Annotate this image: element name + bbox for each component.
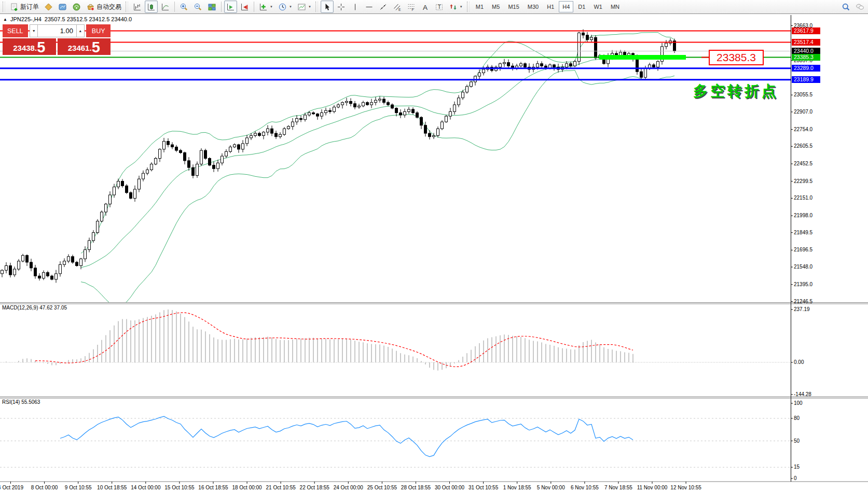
text-tool-button[interactable]: A (419, 1, 432, 13)
sell-button[interactable]: SELL (3, 24, 28, 37)
vertical-line-tool-button[interactable] (349, 1, 362, 13)
chart-candles-button[interactable] (145, 1, 158, 13)
clock-icon (278, 3, 287, 11)
auto-trading-icon (86, 3, 95, 11)
svg-text:F: F (411, 8, 414, 11)
equidistant-channel-tool-button[interactable]: E (391, 1, 404, 13)
tf-m5-button[interactable]: M5 (488, 1, 503, 12)
sell-price-button[interactable]: 23438.5 (3, 38, 56, 55)
spin-down-icon: ▼ (32, 29, 36, 33)
zoom-out-button[interactable] (191, 1, 204, 13)
collapse-panel-icon[interactable]: ▲ (3, 17, 7, 22)
chart-header: ▲ JPN225-,H4 23507.5 23512.5 23412.5 234… (3, 16, 132, 22)
label-t-icon: T (435, 3, 444, 11)
toolbar-grip[interactable] (3, 2, 5, 12)
pane-splitter-rsi[interactable] (0, 396, 868, 399)
cursor-icon (323, 3, 332, 11)
horizontal-line-tool-button[interactable] (363, 1, 376, 13)
arrows-tool-button[interactable]: ▼ (447, 1, 465, 13)
tile-icon (208, 3, 216, 11)
insert-indicators-button[interactable]: ▼ (257, 1, 275, 13)
zoom-out-icon (194, 3, 202, 11)
dropdown-caret-icon: ▼ (289, 5, 292, 8)
auto-trading-label: 自动交易 (97, 3, 121, 11)
chart-canvas[interactable] (0, 0, 868, 493)
symbol-period: JPN225-,H4 (10, 16, 42, 22)
sell-price-head: 23438. (13, 44, 37, 52)
toolbar-grip[interactable] (126, 2, 128, 12)
trendline-tool-button[interactable] (377, 1, 390, 13)
profile-icon (58, 3, 67, 11)
shift-icon (240, 3, 249, 11)
buy-button[interactable]: BUY (86, 24, 111, 37)
indicators-icon (259, 3, 268, 11)
vline-icon (351, 3, 360, 11)
channel-icon: E (393, 3, 402, 11)
volume-input[interactable] (38, 24, 76, 37)
auto-trading-button[interactable]: 自动交易 (84, 1, 123, 13)
tline-icon (379, 3, 388, 11)
chart-templates-button[interactable]: ▼ (295, 1, 313, 13)
new-order-label: 新订单 (20, 3, 39, 11)
toolbar-separator (174, 2, 175, 12)
tf-m30-label: M30 (528, 4, 539, 10)
tf-m5-label: M5 (492, 4, 500, 10)
chart-line-button[interactable] (159, 1, 172, 13)
tf-m15-button[interactable]: M15 (504, 1, 522, 12)
zoom-in-button[interactable] (177, 1, 190, 13)
volume-increase-button[interactable]: ▲ (76, 24, 85, 37)
tf-mn-label: MN (611, 4, 619, 10)
sell-price-big-digit: 5 (37, 40, 45, 54)
volume-decrease-button[interactable]: ▼ (30, 24, 38, 37)
toolbar-grip[interactable] (315, 2, 318, 12)
search-icon (842, 3, 850, 11)
pane-splitter-macd[interactable] (0, 302, 868, 304)
tf-w1-button[interactable]: W1 (590, 1, 606, 12)
tf-mn-button[interactable]: MN (607, 1, 623, 12)
auto-scroll-button[interactable] (224, 1, 237, 13)
chat-icon (856, 3, 864, 11)
tf-h4-label: H4 (562, 4, 570, 10)
text-a-icon: A (421, 3, 430, 11)
dropdown-caret-icon: ▼ (460, 5, 463, 8)
toolbar-separator (221, 2, 222, 12)
tf-h1-button[interactable]: H1 (543, 1, 558, 12)
tf-d1-label: D1 (578, 4, 585, 10)
market-watch-button[interactable] (42, 1, 55, 13)
tf-m1-button[interactable]: M1 (472, 1, 487, 12)
tile-windows-button[interactable] (205, 1, 218, 13)
svg-text:A: A (423, 3, 428, 11)
tf-h1-label: H1 (547, 4, 554, 10)
chart-periods-button[interactable]: ▼ (276, 1, 294, 13)
toolbar: 新订单自动交易▼▼▼EFAT▼M1M5M15M30H1H4D1W1MN (0, 0, 868, 14)
bars-icon (133, 3, 142, 11)
new-order-button[interactable]: 新订单 (8, 1, 41, 13)
profile-charts-button[interactable] (56, 1, 69, 13)
zoom-in-icon (180, 3, 188, 11)
buy-price-big-digit: 5 (92, 40, 100, 54)
chat-button[interactable] (853, 1, 866, 13)
tf-m30-button[interactable]: M30 (524, 1, 542, 12)
chart-bars-button[interactable] (131, 1, 144, 13)
crosshair-button[interactable] (335, 1, 348, 13)
price-tag-annotation: 23385.3 (709, 50, 764, 65)
fibonacci-tool-button[interactable]: F (405, 1, 418, 13)
candles-icon (147, 3, 156, 11)
ohlc-values: 23507.5 23512.5 23412.5 23440.0 (45, 16, 132, 22)
data-center-button[interactable] (70, 1, 83, 13)
tf-m15-label: M15 (508, 4, 519, 10)
svg-text:T: T (438, 4, 441, 10)
toolbar-grip[interactable] (467, 2, 470, 12)
search-button[interactable] (839, 1, 852, 13)
chart-shift-button[interactable] (238, 1, 251, 13)
one-click-trade-panel: SELL ▼ ▲ BUY 23438.5 23461.5 (3, 24, 111, 55)
tf-h4-button[interactable]: H4 (559, 1, 573, 12)
cursor-button[interactable] (321, 1, 334, 13)
price-axis[interactable] (791, 15, 868, 482)
tf-d1-button[interactable]: D1 (574, 1, 589, 12)
text-label-tool-button[interactable]: T (433, 1, 446, 13)
buy-price-button[interactable]: 23461.5 (58, 38, 111, 55)
dropdown-caret-icon: ▼ (308, 5, 311, 8)
buy-price-head: 23461. (68, 44, 92, 52)
time-axis[interactable] (0, 482, 791, 493)
